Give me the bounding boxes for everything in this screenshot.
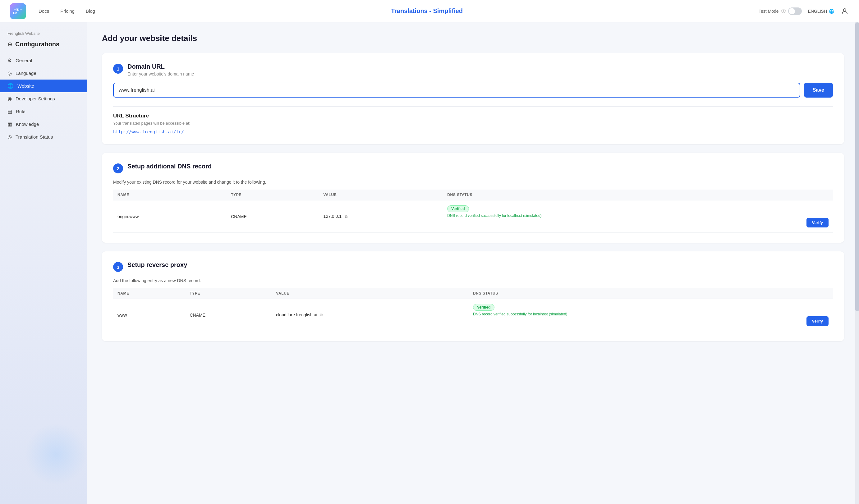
sidebar-item-website[interactable]: 🌐 Website [0,79,87,92]
table-row: www CNAME cloudflare.frenglish.ai ⧉ Veri… [113,299,833,331]
test-mode-label: Test Mode [759,9,779,14]
row1-value: 127.0.0.1 ⧉ [319,200,443,233]
step2-info: Setup additional DNS record [127,163,212,170]
sidebar-item-translation-status-label: Translation Status [16,134,53,139]
sidebar-item-language[interactable]: ◎ Language [0,67,87,79]
nav-right: Test Mode ⓘ ENGLISH 🌐 [759,7,849,16]
nav-docs[interactable]: Docs [39,9,49,14]
sidebar-heading: ⊖ Configurations [0,41,87,54]
sidebar-item-developer[interactable]: ◉ Developer Settings [0,92,87,105]
logo-icon: ←Er→En [10,3,26,19]
info-icon: ⓘ [781,9,786,14]
row1-name: origin.www [113,200,227,233]
sidebar-item-language-label: Language [16,71,36,76]
topnav: ←Er→En Docs Pricing Blog Translations - … [0,0,859,22]
sidebar-heading-label: Configurations [15,41,59,48]
language-icon: ◎ [7,70,12,76]
step3-title: Setup reverse proxy [127,261,187,269]
verify-button-1[interactable]: Verify [807,218,829,227]
dns-table-1: NAME TYPE VALUE DNS STATUS origin.www CN… [113,189,833,233]
col-dns-status-2: DNS STATUS [469,288,833,299]
row2-type: CNAME [185,299,272,331]
row2-name: www [113,299,185,331]
website-icon: 🌐 [7,83,14,89]
page-title: Add your website details [102,33,844,43]
col-name-2: NAME [113,288,185,299]
sidebar-decoration [25,423,87,485]
save-button[interactable]: Save [804,83,833,97]
nav-links: Docs Pricing Blog [39,9,95,14]
sidebar-item-website-label: Website [17,83,34,89]
sidebar-item-general-label: General [16,58,32,63]
step1-title: Domain URL [127,63,194,70]
globe-icon: 🌐 [829,9,834,14]
sidebar-item-knowledge[interactable]: ▦ Knowledge [0,118,87,131]
row2-status: Verified DNS record verified successfull… [469,299,833,331]
lang-label: ENGLISH [808,9,827,14]
row2-value: cloudflare.frenglish.ai ⧉ [272,299,469,331]
dns-success-text: DNS record verified successfully for loc… [447,213,829,218]
col-value-1: VALUE [319,189,443,200]
proxy-modify-text: Add the following entry as a new DNS rec… [113,278,833,283]
row1-status: Verified DNS record verified successfull… [443,200,833,233]
verified-badge: Verified [447,205,469,212]
developer-icon: ◉ [7,96,12,102]
domain-url-input[interactable] [113,83,800,97]
test-mode-toggle[interactable] [788,7,802,15]
copy-icon[interactable]: ⧉ [345,214,347,219]
logo[interactable]: ←Er→En [10,3,26,19]
section-dns-record: 2 Setup additional DNS record Modify you… [102,153,844,243]
test-mode-container: Test Mode ⓘ [759,7,802,15]
col-type-1: TYPE [227,189,319,200]
dns-success-text-2: DNS record verified successfully for loc… [473,312,829,316]
svg-point-0 [843,9,846,11]
step1-info: Domain URL Enter your website's domain n… [127,63,194,76]
verified-badge-2: Verified [473,304,495,311]
step3-badge: 3 [113,262,123,272]
sidebar: Frenglish Website ⊖ Configurations ⚙ Gen… [0,22,87,504]
col-dns-status-1: DNS STATUS [443,189,833,200]
toggle-knob [789,8,795,14]
url-example: http://www.frenglish.ai/fr/ [113,129,833,134]
url-structure: URL Structure Your translated pages will… [113,106,833,134]
scrollbar[interactable] [855,22,859,504]
col-name-1: NAME [113,189,227,200]
step1-subtitle: Enter your website's domain name [127,72,194,76]
url-structure-desc: Your translated pages will be accessible… [113,121,833,125]
step3-info: Setup reverse proxy [127,261,187,269]
scrollbar-thumb [855,22,859,311]
copy-icon-2[interactable]: ⧉ [320,312,323,317]
step1-header: 1 Domain URL Enter your website's domain… [113,63,833,76]
sidebar-item-developer-label: Developer Settings [16,96,55,101]
sidebar-item-general[interactable]: ⚙ General [0,54,87,67]
verify-button-2[interactable]: Verify [807,316,829,326]
step2-badge: 2 [113,164,123,173]
translation-status-icon: ◎ [7,134,12,140]
table-row: origin.www CNAME 127.0.0.1 ⧉ Verified DN… [113,200,833,233]
layout: Frenglish Website ⊖ Configurations ⚙ Gen… [0,0,859,504]
step1-badge: 1 [113,64,123,74]
domain-input-row: Save [113,83,833,97]
row1-type: CNAME [227,200,319,233]
knowledge-icon: ▦ [7,121,12,127]
step2-header: 2 Setup additional DNS record [113,163,833,173]
sidebar-item-translation-status[interactable]: ◎ Translation Status [0,131,87,143]
sidebar-item-rule[interactable]: ▤ Rule [0,105,87,118]
nav-blog[interactable]: Blog [86,9,95,14]
user-icon[interactable] [840,7,849,16]
col-type-2: TYPE [185,288,272,299]
section-reverse-proxy: 3 Setup reverse proxy Add the following … [102,251,844,341]
gear-icon: ⚙ [7,58,12,63]
section-domain-url: 1 Domain URL Enter your website's domain… [102,53,844,144]
language-selector[interactable]: ENGLISH 🌐 [808,9,834,14]
step3-header: 3 Setup reverse proxy [113,261,833,272]
site-title: Translations - Simplified [95,7,759,15]
nav-pricing[interactable]: Pricing [60,9,75,14]
dns-table-2: NAME TYPE VALUE DNS STATUS www CNAME clo… [113,288,833,331]
rule-icon: ▤ [7,108,12,114]
sidebar-site: Frenglish Website [0,31,87,41]
heading-icon: ⊖ [7,41,12,48]
col-value-2: VALUE [272,288,469,299]
sidebar-item-knowledge-label: Knowledge [16,122,39,127]
url-structure-title: URL Structure [113,113,833,119]
